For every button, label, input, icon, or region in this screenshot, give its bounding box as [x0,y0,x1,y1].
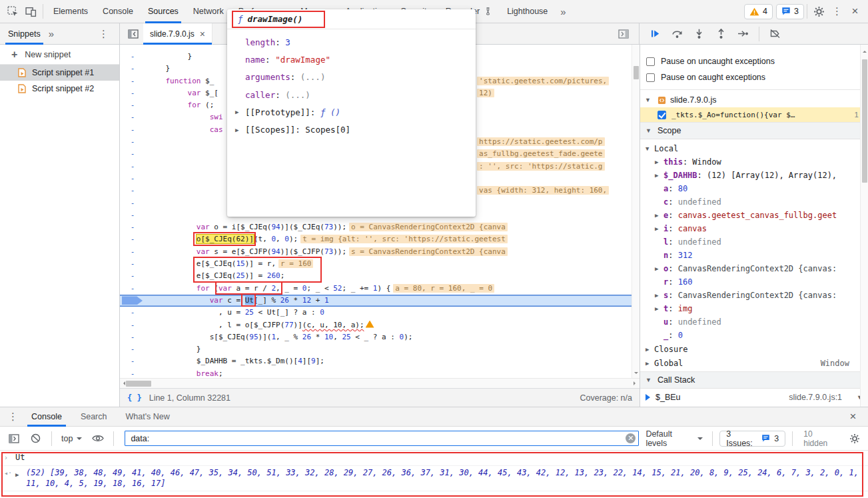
console-tab-console[interactable]: Console [22,407,71,427]
scope-variable[interactable]: l: undefined [640,235,868,249]
code-line[interactable]: - , l = o[$_CJFP(77)](c, u, 10, a); [120,319,640,331]
close-drawer-icon[interactable]: × [846,409,864,425]
filter-input[interactable] [125,431,639,446]
step-over-icon[interactable] [668,26,686,42]
scope-variable[interactable]: ▶s: CanvasRenderingContext2D {canvas: [640,289,868,302]
sidebar-scrollbar[interactable] [860,45,868,407]
breakpoint-file-row[interactable]: ▼ slide.7.9.0.js [640,93,868,107]
line-gutter[interactable]: - [120,307,145,319]
scope-section-closure[interactable]: ▶Closure [640,342,868,356]
console-settings-gear-icon[interactable] [845,430,863,447]
scroll-right-arrow-icon[interactable] [634,381,638,385]
line-gutter[interactable]: - [120,355,145,367]
popup-property[interactable]: ▶[[Prototype]]: ƒ () [227,103,476,121]
scroll-left-arrow-icon[interactable] [121,381,125,385]
snippet-item[interactable]: Script snippet #2 [0,81,119,97]
editor-vertical-scrollbar[interactable] [632,45,640,378]
step-out-icon[interactable] [712,26,730,42]
clear-console-icon[interactable] [27,430,45,447]
console-sidebar-toggle-icon[interactable] [5,430,23,447]
file-tab-slide-js[interactable]: slide.7.9.0.js × [143,23,213,45]
line-gutter[interactable]: - [120,148,145,160]
line-gutter[interactable]: - [120,209,145,221]
warnings-badge[interactable]: 4 [744,4,773,19]
line-gutter[interactable]: - [120,136,145,148]
scroll-up-arrow-icon[interactable] [863,49,867,53]
code-line[interactable]: - $_DAHHB = _tkts.$_Dm()[4][9]; [120,355,640,367]
line-gutter[interactable]: - [120,283,145,295]
code-line[interactable]: - var c = Ut[_] % 26 * 12 + 1 [120,295,640,307]
line-gutter[interactable]: - [120,51,145,63]
scope-section-local[interactable]: ▼Local [640,141,868,155]
line-gutter[interactable]: - [120,161,145,173]
tab-sources[interactable]: Sources [141,0,186,23]
popup-property[interactable]: caller: (...) [227,86,476,103]
new-snippet-button[interactable]: + New snippet [0,45,119,65]
line-gutter[interactable]: - [120,319,145,331]
clear-filter-icon[interactable]: ✕ [626,433,636,443]
scope-variable[interactable]: c: undefined [640,195,868,209]
code-line[interactable]: - var s = e[$_CJFP(94)]($_CJFP(73));s = … [120,246,640,258]
call-stack-frame[interactable]: $_BEu slide.7.9.0.js:1 ▼ [640,389,868,405]
log-levels-dropdown[interactable]: Default levels [643,429,705,448]
code-line[interactable]: - e[$_CJEq(25)] = 260; [120,270,640,282]
line-gutter[interactable]: - [120,63,145,75]
more-tabs-chevron[interactable]: » [555,6,571,17]
line-gutter[interactable]: - [120,99,145,111]
checkbox-checked[interactable] [657,111,666,119]
settings-gear-icon[interactable] [810,3,828,20]
popup-property[interactable]: ▶[[Scopes]]: Scopes[0] [227,121,476,138]
scope-variable[interactable]: _: 0 [640,329,868,342]
device-toolbar-icon[interactable] [22,3,40,20]
line-gutter[interactable]: - [120,75,145,87]
pause-caught-exceptions-row[interactable]: Pause on caught exceptions [640,69,868,85]
twisty-icon[interactable]: ▼ [645,97,653,103]
code-line[interactable]: - } [120,343,640,355]
sidebar-menu-icon[interactable]: ⋮ [96,25,114,42]
pause-uncaught-exceptions-row[interactable]: Pause on uncaught exceptions [640,53,868,69]
line-gutter[interactable]: - [120,270,145,282]
call-stack-section-header[interactable]: ▼ Call Stack [640,372,868,389]
popup-property[interactable]: arguments: (...) [227,69,476,86]
scope-variable[interactable]: ▶e: canvas.geetest_canvas_fullbg.geet [640,209,868,222]
console-result-row[interactable]: ◂·▶(52) [39, 38, 48, 49, 41, 40, 46, 47,… [0,466,868,491]
scope-variable[interactable]: ▶$_DAHHB: (12) [Array(12), Array(12), [640,169,868,182]
close-tab-icon[interactable]: × [200,29,205,39]
expand-icon[interactable]: ▶ [15,467,26,489]
line-gutter[interactable]: - [120,173,145,185]
line-gutter[interactable]: - [120,258,145,270]
tab-console[interactable]: Console [95,0,141,23]
line-gutter[interactable]: - [120,197,145,209]
line-gutter[interactable]: - [120,221,145,233]
line-gutter[interactable]: - [120,185,145,197]
checkbox-unchecked[interactable] [646,57,655,66]
code-line[interactable]: - , u = 25 < Ut[_] ? a : 0 [120,307,640,319]
line-gutter[interactable]: - [120,87,145,99]
toggle-debugger-sidebar-icon[interactable] [614,25,632,42]
live-expression-eye-icon[interactable] [89,430,107,447]
console-tab-what-s-new[interactable]: What's New [116,407,179,427]
tab-elements[interactable]: Elements [46,0,95,23]
inspect-element-icon[interactable] [4,3,22,20]
code-line[interactable]: - for (var a = r / 2, _ = 0; _ < 52; _ +… [120,283,640,295]
tab-snippets[interactable]: Snippets [7,23,42,45]
scope-variable[interactable]: r: 160 [640,275,868,289]
line-gutter[interactable]: - [120,295,145,307]
context-selector[interactable]: top [59,434,85,443]
step-into-icon[interactable] [690,26,708,42]
console-tab-search[interactable]: Search [71,407,117,427]
scope-variable[interactable]: ▶this: Window [640,155,868,169]
code-line[interactable]: - var o = i[$_CJEq(94)]($_CJEq(73));o = … [120,221,640,233]
resume-script-icon[interactable] [646,26,664,42]
line-gutter[interactable]: - [120,331,145,343]
snippet-item[interactable]: Script snippet #1 [0,65,119,81]
scope-variable[interactable]: n: 312 [640,249,868,262]
deactivate-breakpoints-icon[interactable] [766,26,784,42]
code-line[interactable]: - break; [120,368,640,378]
hidden-messages-label[interactable]: 10 hidden [799,429,841,448]
more-sidebar-tabs-chevron[interactable]: » [42,28,61,39]
line-gutter[interactable]: - [120,343,145,355]
scope-section-header[interactable]: ▼ Scope [640,123,868,139]
scope-variable[interactable]: u: undefined [640,315,868,329]
pretty-print-button[interactable]: { } [127,393,142,403]
